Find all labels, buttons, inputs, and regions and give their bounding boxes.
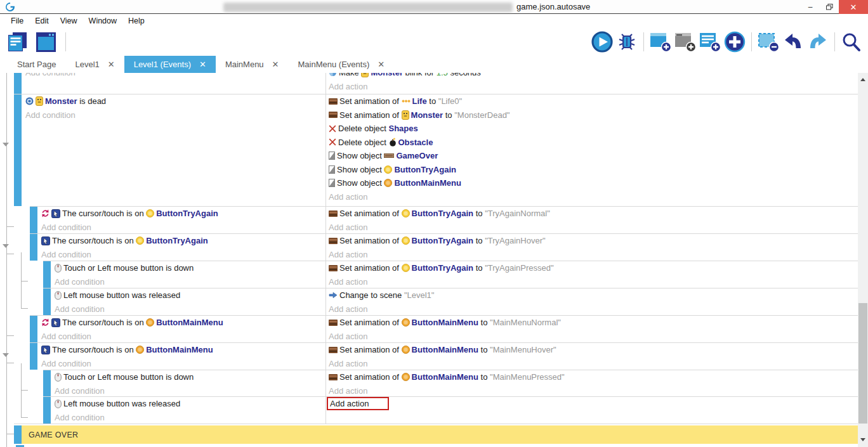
comment-text[interactable]: GAME OVER (22, 425, 858, 444)
condition-line[interactable]: Add condition (41, 221, 326, 234)
action-line[interactable]: Show object ButtonMainMenu (329, 176, 858, 190)
undo-icon[interactable] (782, 31, 805, 53)
conditions-cell[interactable]: The cursor/touch is on ButtonMainMenuAdd… (37, 316, 326, 342)
condition-line[interactable]: The cursor/touch is on ButtonMainMenu (41, 316, 326, 330)
add-action-button[interactable]: Add action (329, 250, 367, 259)
event-indent-bar[interactable] (30, 316, 37, 342)
actions-cell[interactable]: Set animation of ButtonMainMenu to "Main… (326, 343, 858, 370)
conditions-cell[interactable]: Left mouse button was releasedAdd condit… (51, 288, 326, 315)
action-line[interactable]: Set animation of Monster to "MonsterDead… (329, 108, 858, 122)
menu-window[interactable]: Window (83, 15, 122, 27)
actions-cell[interactable]: Set animation of ButtonMainMenu to "Main… (326, 370, 858, 396)
action-line[interactable]: Add action (329, 302, 858, 316)
action-line[interactable]: Add action (329, 190, 858, 204)
close-tab-icon[interactable]: ✕ (272, 60, 279, 69)
actions-cell[interactable]: Set animation of ButtonTryAgain to "TryA… (326, 207, 858, 233)
add-condition-button[interactable]: Add condition (55, 413, 105, 422)
condition-line[interactable]: Add condition (25, 73, 326, 80)
action-line[interactable]: Show object GameOver (329, 149, 858, 163)
add-action-button[interactable]: Add action (329, 82, 367, 91)
conditions-cell[interactable]: Touch or Left mouse button is downAdd co… (51, 261, 326, 288)
event-indent-bar[interactable] (43, 288, 51, 315)
action-line[interactable]: Change to scene "Level1" (329, 288, 858, 302)
close-tab-icon[interactable]: ✕ (199, 60, 206, 69)
condition-line[interactable]: Add condition (55, 384, 326, 397)
minimize-button[interactable]: – (801, 0, 820, 14)
condition-line[interactable]: Left mouse button was released (55, 397, 326, 411)
condition-line[interactable]: Touch or Left mouse button is down (55, 370, 326, 384)
project-manager-icon[interactable] (6, 31, 29, 53)
add-condition-button[interactable]: Add condition (55, 277, 105, 287)
conditions-cell[interactable]: The cursor/touch is on ButtonMainMenuAdd… (37, 343, 326, 370)
conditions-cell[interactable]: Monster is deadAdd condition (22, 94, 326, 206)
close-tab-icon[interactable]: ✕ (108, 60, 115, 69)
condition-line[interactable]: The cursor/touch is on ButtonTryAgain (41, 207, 326, 221)
condition-line[interactable]: Add condition (55, 302, 326, 316)
add-event-icon[interactable] (649, 31, 672, 53)
conditions-cell[interactable]: Left mouse button was releasedAdd condit… (51, 397, 326, 424)
menu-view[interactable]: View (55, 15, 83, 27)
collapse-triangle-icon[interactable] (3, 353, 9, 357)
vertical-scrollbar[interactable] (858, 73, 868, 447)
menu-help[interactable]: Help (122, 15, 150, 27)
action-line[interactable]: Show object ButtonTryAgain (329, 163, 858, 177)
conditions-cell[interactable]: The cursor/touch is on ButtonTryAgainAdd… (37, 234, 326, 261)
condition-line[interactable]: Left mouse button was released (55, 288, 326, 302)
add-action-button[interactable]: Add action (329, 277, 367, 287)
conditions-cell[interactable]: The cursor/touch is on ButtonTryAgainAdd… (37, 207, 326, 233)
conditions-cell[interactable]: Touch or Left mouse button is downAdd co… (51, 370, 326, 396)
action-line[interactable]: Add action (329, 357, 858, 370)
condition-line[interactable]: The cursor/touch is on ButtonMainMenu (41, 343, 326, 357)
action-line[interactable]: Delete object Obstacle (329, 136, 858, 150)
action-line[interactable]: Add action (329, 384, 858, 397)
search-icon[interactable] (840, 31, 863, 53)
condition-line[interactable]: Monster is dead (25, 94, 326, 108)
event-indent-bar[interactable] (43, 261, 51, 288)
action-line[interactable]: Make Monster blink for 1.5 seconds (329, 73, 858, 80)
add-action-button[interactable]: Add action (329, 332, 367, 341)
close-tab-icon[interactable]: ✕ (378, 60, 385, 69)
add-condition-button[interactable]: Add condition (41, 359, 91, 368)
tab-start-page[interactable]: Start Page (8, 56, 65, 73)
event-indent-bar[interactable] (30, 207, 37, 233)
action-line[interactable]: Set animation of ButtonMainMenu to "Main… (329, 370, 858, 384)
actions-cell[interactable]: Set animation of Life to "Life0"Set anim… (326, 94, 858, 206)
condition-line[interactable]: The cursor/touch is on ButtonTryAgain (41, 234, 326, 248)
close-button[interactable]: ✕ (839, 0, 868, 14)
condition-line[interactable]: Add condition (41, 357, 326, 370)
event-indent-bar[interactable] (30, 343, 37, 370)
add-condition-button[interactable]: Add condition (55, 386, 105, 396)
actions-cell[interactable]: Set animation of ButtonMainMenu to "Main… (326, 316, 858, 342)
event-indent-bar[interactable] (43, 397, 51, 424)
action-line[interactable]: Add action (329, 330, 858, 343)
actions-cell[interactable]: Change to scene "Level1"Add action (326, 288, 858, 315)
event-indent-bar[interactable] (43, 370, 51, 396)
action-line[interactable]: Add action (329, 248, 858, 261)
action-line[interactable]: Delete object Shapes (329, 122, 858, 136)
add-action-button[interactable]: Add action (329, 223, 367, 232)
tab-level1[interactable]: Level1✕ (65, 56, 124, 73)
add-comment-icon[interactable] (699, 31, 721, 53)
add-condition-button[interactable]: Add condition (55, 304, 105, 314)
actions-cell[interactable]: Set animation of ButtonTryAgain to "TryA… (326, 234, 858, 261)
action-line[interactable]: Add action (329, 221, 858, 234)
actions-cell[interactable]: Add action (326, 397, 858, 424)
add-action-button[interactable]: Add action (329, 192, 367, 202)
menu-file[interactable]: File (5, 15, 29, 27)
play-icon[interactable] (591, 31, 614, 53)
scroll-down-icon[interactable] (860, 438, 865, 441)
action-line[interactable]: Add action (329, 80, 858, 94)
action-line[interactable]: Set animation of ButtonMainMenu to "Main… (329, 343, 858, 357)
tab-mainmenu[interactable]: MainMenu✕ (216, 56, 289, 73)
comment-event-row[interactable]: GAME OVER (14, 424, 858, 444)
event-indent-bar[interactable] (14, 73, 22, 94)
add-circle-icon[interactable] (723, 31, 746, 53)
add-action-button[interactable]: Add action (329, 386, 367, 396)
condition-line[interactable]: Touch or Left mouse button is down (55, 261, 326, 275)
add-action-button-highlighted[interactable]: Add action (327, 397, 389, 410)
tab-level1-events[interactable]: Level1 (Events)✕ (124, 56, 216, 73)
add-condition-button[interactable]: Add condition (41, 223, 91, 232)
action-line[interactable]: Set animation of Life to "Life0" (329, 94, 858, 108)
action-line[interactable]: Set animation of ButtonMainMenu to "Main… (329, 316, 858, 330)
add-condition-button[interactable]: Add condition (41, 332, 91, 341)
